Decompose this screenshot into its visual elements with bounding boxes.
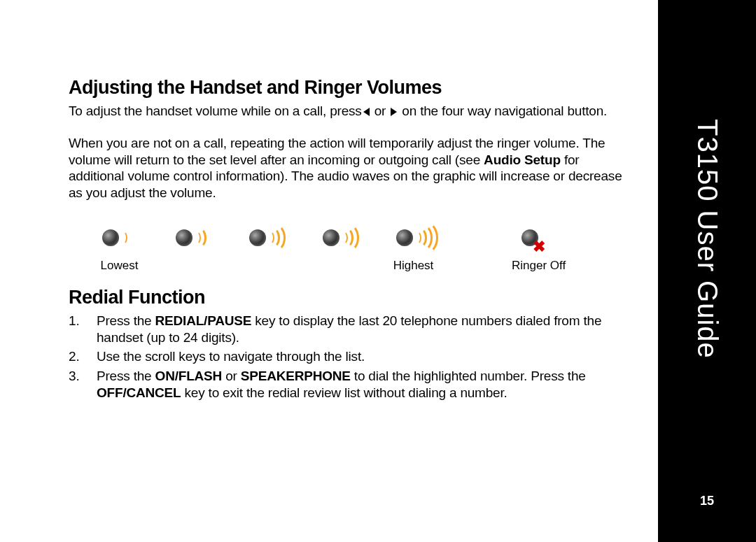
section-redial: Redial Function Press the REDIAL/PAUSE k…	[69, 287, 630, 401]
list-item: Press the REDIAL/PAUSE key to display th…	[69, 313, 630, 346]
text-span: key to exit the redial review list witho…	[181, 385, 507, 400]
volume-label-empty	[191, 259, 195, 273]
volume-level-off: ✖ Ringer Off	[512, 221, 566, 273]
sidebar: T3150 User Guide 15	[658, 0, 756, 542]
section-heading-redial: Redial Function	[69, 287, 630, 308]
speaker-icon-2wave	[172, 221, 215, 256]
text-span: Use the scroll keys to navigate through …	[97, 349, 365, 364]
text-span: Press the	[97, 369, 155, 383]
page-container: Adjusting the Handset and Ringer Volumes…	[0, 0, 756, 542]
speaker-icon-4wave	[392, 221, 435, 256]
left-arrow-icon	[363, 108, 370, 116]
page-number: 15	[658, 494, 756, 508]
sidebar-title: T3150 User Guide	[692, 119, 723, 359]
text-span: to dial the highlighted number. Press th…	[351, 369, 586, 383]
section-heading-volumes: Adjusting the Handset and Ringer Volumes	[69, 77, 630, 99]
volume-level-4	[317, 221, 363, 273]
speaker-icon-3wave	[245, 221, 288, 256]
volume-level-lowest: Lowest	[97, 221, 142, 273]
text-span: Press the	[97, 313, 155, 328]
right-arrow-icon	[391, 108, 397, 116]
volume-label-lowest: Lowest	[101, 259, 139, 273]
bold-text: OFF/CANCEL	[97, 385, 181, 400]
list-item: Use the scroll keys to navigate through …	[69, 348, 630, 365]
content-area: Adjusting the Handset and Ringer Volumes…	[0, 0, 658, 542]
volume-label-off: Ringer Off	[512, 259, 566, 273]
bold-text: ON/FLASH	[155, 369, 223, 383]
paragraph-volume-detail: When you are not on a call, repeating th…	[69, 135, 630, 201]
volume-level-highest: Highest	[391, 221, 436, 273]
text-span: or	[371, 104, 390, 118]
bold-text: Audio Setup	[484, 152, 561, 167]
bold-text: REDIAL/PAUSE	[155, 313, 252, 328]
volume-level-graphics: Lowest	[97, 221, 630, 273]
volume-label-highest: Highest	[393, 259, 434, 273]
text-span: on the four way navigational button.	[398, 104, 607, 118]
volume-label-empty	[338, 259, 342, 273]
speaker-icon-off: ✖	[517, 221, 561, 256]
text-span: To adjust the handset volume while on a …	[69, 104, 362, 118]
speaker-icon-3wave-alt	[318, 221, 362, 256]
volume-level-3	[244, 221, 289, 273]
speaker-icon-1wave	[98, 221, 141, 256]
paragraph-volume-intro: To adjust the handset volume while on a …	[69, 103, 630, 120]
text-span: or	[222, 369, 241, 383]
redial-steps-list: Press the REDIAL/PAUSE key to display th…	[69, 313, 630, 401]
volume-level-2	[170, 221, 216, 273]
volume-label-empty	[265, 259, 268, 273]
bold-text: SPEAKERPHONE	[241, 369, 351, 383]
red-x-icon: ✖	[533, 239, 545, 255]
list-item: Press the ON/FLASH or SPEAKERPHONE to di…	[69, 368, 630, 401]
